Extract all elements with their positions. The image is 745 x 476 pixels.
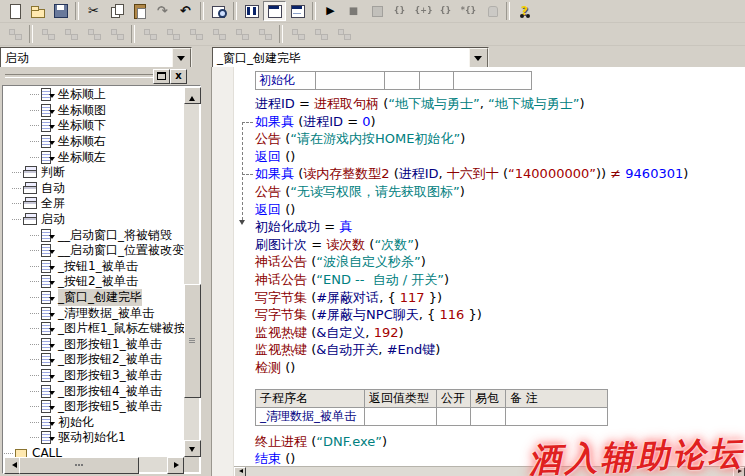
sub-icon (41, 244, 55, 257)
code-token: 进程ID (399, 166, 439, 181)
header-table-cell (316, 72, 385, 90)
step-out-button: {} (434, 1, 457, 21)
tree-item[interactable]: 坐标顺上 (4, 87, 184, 103)
code-token: “140000000” (508, 166, 596, 181)
tree-item[interactable]: 坐标顺图 (4, 103, 184, 119)
code-line[interactable]: 监视热键 (&自定义, 192) (255, 324, 745, 342)
code-token: ( (307, 325, 316, 340)
code-line[interactable]: 检测 () (255, 359, 745, 377)
code-line[interactable]: 神话公告 (“波浪自定义秒杀”) (255, 253, 745, 271)
section-combo[interactable]: 启动 (0, 47, 192, 69)
scroll-thumb[interactable] (184, 284, 201, 398)
tree-item[interactable]: 坐标顺右 (4, 134, 184, 150)
tree-item[interactable]: _图形按钮1_被单击 (4, 337, 184, 353)
subroutine-table-cell (471, 407, 506, 425)
panel-splitter[interactable] (203, 67, 211, 476)
paste-button[interactable] (128, 1, 151, 21)
code-token: &自动开关 (316, 342, 378, 357)
code-line[interactable]: 刷图计次 = 读次数 (“次数”) (255, 236, 745, 254)
folder-icon (23, 197, 38, 210)
panel-close-button[interactable]: x (170, 69, 187, 84)
code-line[interactable]: 如果真 (进程ID = 0) (255, 113, 745, 131)
code-line[interactable]: 初始化成功 = 真 (255, 218, 745, 236)
tree-item[interactable]: _图形按钮5_被单击 (4, 399, 184, 415)
find-in-code-button[interactable] (207, 1, 230, 21)
code-token: , { (379, 290, 400, 305)
tree-item[interactable]: 启动 (4, 212, 184, 228)
code-token: ( (390, 166, 399, 181)
window-split-grid-button[interactable] (286, 1, 309, 21)
tree-item[interactable]: _按钮1_被单击 (4, 259, 184, 275)
tree-item[interactable]: _清理数据_被单击 (4, 305, 184, 321)
save-button[interactable] (49, 1, 72, 21)
tree-item-label: 坐标顺图 (58, 102, 106, 119)
code-line[interactable]: 返回 () (255, 201, 745, 219)
code-line[interactable]: 公告 (“请在游戏内按HOME初始化”) (255, 130, 745, 148)
run-button[interactable]: ▶ (319, 1, 342, 21)
copy-button[interactable] (105, 1, 128, 21)
code-token: ( (307, 434, 316, 449)
tree-item[interactable]: _图形按钮4_被单击 (4, 383, 184, 399)
panel-grip[interactable] (5, 74, 163, 78)
scroll-thumb[interactable] (19, 457, 139, 474)
chevron-down-icon[interactable] (469, 48, 488, 68)
scroll-left-icon[interactable] (234, 467, 246, 476)
tree-item[interactable]: _图形按钮2_被单击 (4, 352, 184, 368)
code-line[interactable]: 公告 (“无读写权限，请先获取图标”) (255, 183, 745, 201)
section-combo-value: 启动 (5, 50, 29, 67)
scroll-down-icon[interactable] (184, 440, 201, 457)
folder-icon (23, 166, 38, 179)
tree-vertical-scrollbar[interactable] (184, 87, 199, 457)
tree-item[interactable]: 自动 (4, 181, 184, 197)
tree-item[interactable]: _图片框1_鼠标左键被按下 (4, 321, 184, 337)
tree-item[interactable]: __启动窗口_将被销毁 (4, 227, 184, 243)
help-find-icon: ? (517, 3, 533, 19)
tree-connector (30, 406, 39, 407)
help-find-button[interactable]: ? (513, 1, 536, 21)
tree-item[interactable]: _窗口_创建完毕 (4, 290, 184, 306)
code-token: 十六到十 (447, 166, 499, 181)
step-over-button: {+} (411, 1, 434, 21)
tree-item[interactable]: 全屏 (4, 196, 184, 212)
new-button[interactable] (3, 1, 26, 21)
tree-item[interactable]: 驱动初始化1 (4, 430, 184, 446)
window-maximized-button[interactable] (263, 1, 286, 21)
debug-icon (369, 3, 385, 19)
code-line[interactable]: 写字节集 (#屏蔽与NPC聊天, { 116 }) (255, 306, 745, 324)
tree-item[interactable]: __启动窗口_位置被改变 (4, 243, 184, 259)
main-toolbar: ✂↷↶▶■{}{+}{}*{}? (0, 0, 745, 23)
run-to-cursor-button: *{} (457, 1, 480, 21)
undo-button[interactable]: ↶ (174, 1, 197, 21)
code-token: , (378, 342, 386, 357)
event-combo[interactable]: _窗口_创建完毕 (212, 47, 489, 69)
tree-item[interactable]: 坐标顺下 (4, 118, 184, 134)
tree-item[interactable]: CALL (4, 446, 184, 457)
pause-hand-button (480, 1, 503, 21)
code-line[interactable]: 进程ID = 进程取句柄 (“地下城与勇士”, “地下城与勇士”) (255, 95, 745, 113)
code-token: ( (307, 290, 316, 305)
code-editor[interactable]: 初始化 进程ID = 进程取句柄 (“地下城与勇士”, “地下城与勇士”)如果真… (211, 67, 745, 476)
chevron-down-icon[interactable] (172, 48, 191, 68)
tree-item[interactable]: 判断 (4, 165, 184, 181)
scroll-right-icon[interactable] (167, 457, 184, 474)
code-line[interactable]: 神话公告 (“END -- 自动 / 开关”) (255, 271, 745, 289)
scroll-up-icon[interactable] (184, 87, 201, 104)
scrollbar-corner (184, 457, 199, 472)
tree-item[interactable]: _图形按钮3_被单击 (4, 368, 184, 384)
sub-icon (41, 151, 55, 164)
tree-item[interactable]: 坐标顺左 (4, 149, 184, 165)
folder-icon (23, 213, 38, 226)
code-line[interactable]: 监视热键 (&自动开关, #End键) (255, 341, 745, 359)
code-line[interactable]: 返回 () (255, 148, 745, 166)
tree-horizontal-scrollbar[interactable] (4, 457, 184, 472)
tree-item-label: 坐标顺上 (58, 87, 106, 103)
window-split-vertical-button[interactable] (240, 1, 263, 21)
tree-item[interactable]: _按钮2_被单击 (4, 274, 184, 290)
code-line[interactable]: 写字节集 (#屏蔽对话, { 117 }) (255, 289, 745, 307)
open-button[interactable] (26, 1, 49, 21)
tree-item[interactable]: 初始化 (4, 414, 184, 430)
cut-button[interactable]: ✂ (82, 1, 105, 21)
code-line[interactable]: 如果真 (读内存整数型2 (进程ID, 十六到十 (“140000000”)) … (255, 165, 745, 183)
code-token: () (281, 149, 295, 164)
panel-maximize-button[interactable] (153, 69, 170, 84)
